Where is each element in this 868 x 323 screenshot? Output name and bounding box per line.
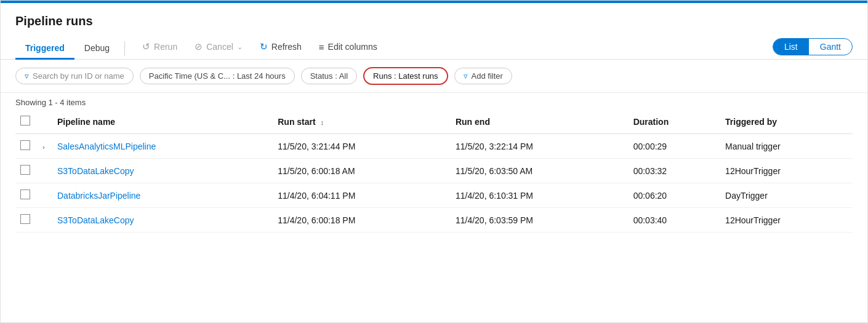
edit-columns-button[interactable]: ≡ Edit columns	[311, 39, 385, 55]
add-filter-icon: ▿	[464, 71, 468, 81]
row-checkbox-cell	[15, 159, 38, 183]
table-row: S3ToDataLakeCopy11/4/20, 6:00:18 PM11/4/…	[15, 208, 853, 233]
header-triggered-by: Triggered by	[720, 110, 853, 134]
triggered-by-cell: 12HourTrigger	[720, 159, 853, 183]
run-end-cell: 11/4/20, 6:10:31 PM	[451, 183, 629, 208]
tab-debug[interactable]: Debug	[74, 38, 119, 60]
rerun-icon: ↺	[142, 41, 150, 52]
duration-cell: 00:03:40	[629, 208, 720, 233]
header-pipeline-name: Pipeline name	[52, 110, 273, 134]
header-run-end: Run end	[451, 110, 629, 134]
status-filter[interactable]: Status : All	[301, 68, 357, 84]
toolbar: Triggered Debug ↺ Rerun ⊘ Cancel ⌄ ↻ Ref…	[1, 34, 867, 60]
table-container: Pipeline name Run start ↕ Run end Durati…	[1, 110, 867, 233]
row-checkbox[interactable]	[20, 165, 30, 175]
row-checkbox-cell	[15, 208, 38, 233]
duration-cell: 00:06:20	[629, 183, 720, 208]
filter-icon: ▿	[25, 71, 29, 81]
pipeline-name-link[interactable]: S3ToDataLakeCopy	[57, 215, 134, 225]
header-checkbox[interactable]	[20, 116, 30, 126]
row-checkbox[interactable]	[20, 214, 30, 224]
run-start-cell: 11/5/20, 6:00:18 AM	[273, 159, 451, 183]
sort-icon: ↕	[321, 119, 324, 126]
pipeline-name-link[interactable]: SalesAnalyticsMLPipeline	[57, 142, 156, 151]
pipeline-name-cell: S3ToDataLakeCopy	[52, 208, 273, 233]
table-body: ›SalesAnalyticsMLPipeline11/5/20, 3:21:4…	[15, 134, 853, 233]
row-expand-cell	[38, 208, 52, 233]
refresh-button[interactable]: ↻ Refresh	[252, 38, 309, 55]
tab-divider	[124, 41, 125, 56]
page-title: Pipeline runs	[1, 3, 867, 34]
triggered-by-cell: DayTrigger	[720, 183, 853, 208]
toolbar-actions: ↺ Rerun ⊘ Cancel ⌄ ↻ Refresh ≡ Edit colu…	[135, 38, 385, 59]
list-view-button[interactable]: List	[773, 39, 809, 55]
time-filter[interactable]: Pacific Time (US & C... : Last 24 hours	[140, 68, 295, 84]
run-start-cell: 11/4/20, 6:00:18 PM	[273, 208, 451, 233]
add-filter-button[interactable]: ▿ Add filter	[454, 68, 512, 84]
header-checkbox-col	[15, 110, 38, 134]
run-end-cell: 11/4/20, 6:03:59 PM	[451, 208, 629, 233]
header-duration: Duration	[629, 110, 720, 134]
header-run-start[interactable]: Run start ↕	[273, 110, 451, 134]
table-header-row: Pipeline name Run start ↕ Run end Durati…	[15, 110, 853, 134]
pipeline-runs-table: Pipeline name Run start ↕ Run end Durati…	[15, 110, 853, 233]
showing-text: Showing 1 - 4 items	[1, 93, 867, 110]
pipeline-name-cell: SalesAnalyticsMLPipeline	[52, 134, 273, 159]
expand-chevron-icon[interactable]: ›	[42, 143, 45, 151]
header-expand-col	[38, 110, 52, 134]
row-expand-cell: ›	[38, 134, 52, 159]
run-start-cell: 11/4/20, 6:04:11 PM	[273, 183, 451, 208]
row-checkbox[interactable]	[20, 189, 30, 199]
search-placeholder: Search by run ID or name	[33, 71, 124, 81]
table-row: DatabricksJarPipeline11/4/20, 6:04:11 PM…	[15, 183, 853, 208]
pipeline-name-link[interactable]: DatabricksJarPipeline	[57, 191, 140, 201]
cancel-button[interactable]: ⊘ Cancel ⌄	[187, 38, 250, 55]
cancel-icon: ⊘	[195, 41, 203, 52]
row-expand-cell	[38, 183, 52, 208]
duration-cell: 00:03:32	[629, 159, 720, 183]
table-row: ›SalesAnalyticsMLPipeline11/5/20, 3:21:4…	[15, 134, 853, 159]
pipeline-name-cell: DatabricksJarPipeline	[52, 183, 273, 208]
triggered-by-cell: Manual trigger	[720, 134, 853, 159]
pipeline-name-cell: S3ToDataLakeCopy	[52, 159, 273, 183]
triggered-by-cell: 12HourTrigger	[720, 208, 853, 233]
search-filter[interactable]: ▿ Search by run ID or name	[15, 68, 134, 84]
refresh-icon: ↻	[260, 41, 268, 52]
cancel-dropdown-icon: ⌄	[237, 43, 243, 51]
row-checkbox[interactable]	[20, 140, 30, 150]
view-toggle: List Gantt	[773, 38, 853, 55]
pipeline-name-link[interactable]: S3ToDataLakeCopy	[57, 166, 134, 176]
run-end-cell: 11/5/20, 3:22:14 PM	[451, 134, 629, 159]
columns-icon: ≡	[319, 42, 324, 52]
duration-cell: 00:00:29	[629, 134, 720, 159]
runs-filter[interactable]: Runs : Latest runs	[363, 67, 448, 85]
row-checkbox-cell	[15, 183, 38, 208]
page-container: Pipeline runs Triggered Debug ↺ Rerun ⊘ …	[0, 0, 868, 323]
row-checkbox-cell	[15, 134, 38, 159]
row-expand-cell	[38, 159, 52, 183]
tab-triggered[interactable]: Triggered	[15, 38, 74, 60]
run-start-cell: 11/5/20, 3:21:44 PM	[273, 134, 451, 159]
table-row: S3ToDataLakeCopy11/5/20, 6:00:18 AM11/5/…	[15, 159, 853, 183]
run-end-cell: 11/5/20, 6:03:50 AM	[451, 159, 629, 183]
filter-bar: ▿ Search by run ID or name Pacific Time …	[1, 60, 867, 93]
rerun-button[interactable]: ↺ Rerun	[135, 38, 185, 55]
gantt-view-button[interactable]: Gantt	[809, 39, 852, 55]
